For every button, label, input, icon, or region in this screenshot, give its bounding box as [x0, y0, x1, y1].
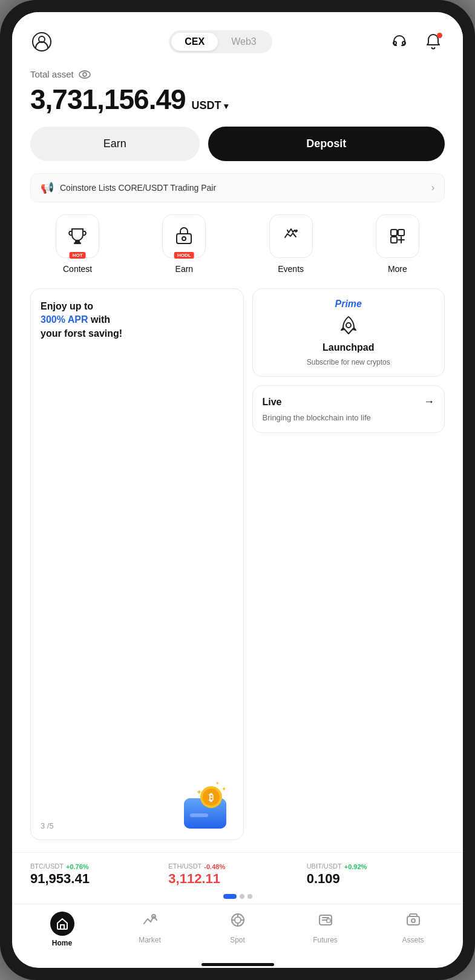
prime-label: Prime — [335, 299, 362, 310]
asset-amount: 3,731,156.49 — [30, 83, 186, 116]
btc-pair: BTC/USDT — [30, 862, 64, 870]
dot-3 — [247, 894, 252, 899]
svg-text:✦: ✦ — [215, 781, 220, 786]
contest-label: Contest — [63, 264, 92, 274]
svg-point-5 — [83, 73, 87, 76]
home-indicator — [12, 964, 463, 968]
svg-point-30 — [411, 919, 415, 922]
eth-change: -0.48% — [204, 863, 225, 870]
asset-label-text: Total asset — [30, 69, 74, 79]
svg-point-26 — [235, 917, 241, 923]
svg-text:₿: ₿ — [209, 792, 214, 803]
banner-section: Enjoy up to 300% APR with your forst sav… — [12, 288, 463, 852]
menu-item-more[interactable]: More — [373, 214, 422, 274]
contest-icon-box: HOT — [56, 214, 99, 258]
svg-point-9 — [182, 237, 186, 240]
futures-icon — [317, 912, 334, 933]
futures-nav-label: Futures — [313, 936, 338, 944]
svg-rect-28 — [327, 919, 330, 922]
market-nav-label: Market — [139, 936, 161, 944]
dot-1 — [223, 894, 237, 899]
svg-text:✦: ✦ — [196, 788, 202, 796]
dot-2 — [240, 894, 244, 899]
launchpad-title: Launchpad — [323, 342, 374, 353]
live-subtitle: Bringing the blockchain into life — [263, 413, 371, 422]
ubit-pair: UBIT/USDT — [307, 862, 342, 870]
earn-button[interactable]: Earn — [30, 127, 200, 161]
banner-title: Enjoy up to 300% APR with your forst sav… — [41, 300, 234, 340]
announcement-bar[interactable]: 📢 Coinstore Lists CORE/USDT Trading Pair… — [30, 173, 445, 202]
live-card[interactable]: Live → Bringing the blockchain into life — [252, 385, 445, 433]
announcement-text: Coinstore Lists CORE/USDT Trading Pair — [60, 183, 216, 193]
nav-market[interactable]: Market — [129, 912, 171, 947]
deposit-button[interactable]: Deposit — [208, 127, 445, 161]
banner-pagination: 3 /5 — [41, 821, 54, 830]
launchpad-card[interactable]: Prime Launchpad Subscribe for new crypto… — [252, 288, 445, 377]
nav-spot[interactable]: Spot — [217, 912, 259, 947]
home-nav-label: Home — [52, 939, 72, 947]
svg-point-10 — [295, 230, 298, 232]
phone-shell: CEX Web3 — [0, 0, 475, 980]
coin-wallet-illustration: ₿ ✦ ✦ ✦ — [178, 780, 238, 833]
btc-change: +0.76% — [66, 863, 89, 870]
nav-home[interactable]: Home — [41, 912, 84, 947]
svg-rect-12 — [398, 230, 404, 236]
live-title: Live — [263, 397, 282, 408]
earn-icon — [173, 225, 195, 247]
support-icon[interactable] — [388, 30, 411, 53]
menu-item-earn[interactable]: HODL Earn — [160, 214, 208, 274]
trophy-icon — [67, 225, 88, 247]
announcement-icon: 📢 — [41, 181, 54, 194]
earn-icon-box: HODL — [162, 214, 206, 258]
cex-tab[interactable]: CEX — [171, 33, 218, 51]
hodl-badge: HODL — [174, 252, 194, 259]
menu-item-events[interactable]: Events — [267, 214, 315, 274]
ticker-dots — [12, 894, 463, 904]
svg-rect-8 — [177, 234, 191, 243]
profile-icon[interactable] — [30, 30, 53, 53]
asset-currency: USDT ▾ — [192, 99, 228, 112]
web3-tab[interactable]: Web3 — [218, 33, 270, 51]
svg-rect-11 — [391, 230, 397, 236]
ticker-eth[interactable]: ETH/USDT -0.48% 3,112.11 — [168, 862, 306, 887]
spot-icon — [229, 912, 246, 933]
bottom-nav: Home Market — [12, 904, 463, 964]
earn-label: Earn — [175, 264, 194, 274]
menu-item-contest[interactable]: HOT Contest — [53, 214, 102, 274]
notification-icon[interactable] — [422, 30, 445, 53]
banner-card-savings[interactable]: Enjoy up to 300% APR with your forst sav… — [30, 288, 244, 840]
header-right — [388, 30, 445, 53]
home-icon — [50, 912, 74, 936]
more-label: More — [388, 264, 407, 274]
ticker-btc[interactable]: BTC/USDT +0.76% 91,953.41 — [30, 862, 168, 887]
svg-rect-16 — [190, 813, 208, 817]
assets-nav-label: Assets — [402, 936, 424, 944]
announcement-chevron-icon: › — [431, 182, 434, 193]
quick-menu: HOT Contest HODL Earn — [12, 214, 463, 288]
home-bar — [201, 963, 274, 966]
ubit-price: 0.109 — [307, 871, 445, 887]
market-icon — [142, 912, 159, 933]
svg-point-23 — [346, 323, 351, 328]
notification-badge — [437, 33, 442, 38]
ticker-section: BTC/USDT +0.76% 91,953.41 ETH/USDT -0.48… — [12, 852, 463, 894]
phone-screen: CEX Web3 — [12, 12, 463, 968]
asset-section: Total asset 3,731,156.49 USDT ▾ — [12, 63, 463, 127]
nav-assets[interactable]: Assets — [392, 912, 434, 947]
more-icon-box — [376, 214, 419, 258]
spot-nav-label: Spot — [230, 936, 245, 944]
hot-badge: HOT — [70, 252, 86, 259]
assets-icon — [405, 912, 422, 933]
svg-point-2 — [393, 42, 396, 45]
tab-switcher: CEX Web3 — [169, 30, 272, 53]
events-icon-box — [269, 214, 313, 258]
eth-pair: ETH/USDT — [168, 862, 201, 870]
banner-right-column: Prime Launchpad Subscribe for new crypto… — [252, 288, 445, 840]
eye-icon[interactable] — [79, 70, 91, 79]
nav-futures[interactable]: Futures — [304, 912, 347, 947]
eth-price: 3,112.11 — [168, 871, 306, 887]
svg-point-4 — [79, 71, 90, 78]
ticker-ubit[interactable]: UBIT/USDT +0.92% 0.109 — [307, 862, 445, 887]
svg-text:✦: ✦ — [221, 786, 226, 792]
ubit-change: +0.92% — [344, 863, 367, 870]
